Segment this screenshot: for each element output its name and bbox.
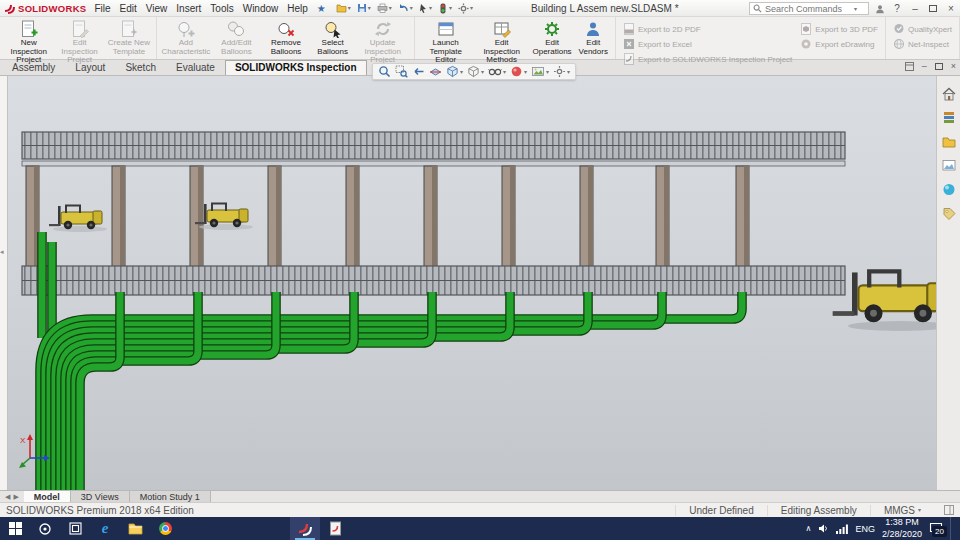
menu-tools[interactable]: Tools [210, 3, 233, 14]
ribbon-button-edit-inspection-project[interactable]: Edit Inspection Project [54, 19, 104, 66]
display-style-icon [467, 65, 480, 78]
tab-model[interactable]: Model [24, 491, 71, 502]
ribbon-button-qualityxpert[interactable]: QualityXpert [891, 23, 954, 35]
taskbar-solidworks-doc-icon[interactable] [320, 517, 350, 540]
menu-insert[interactable]: Insert [176, 3, 201, 14]
net-inspect-icon [893, 38, 905, 50]
feature-manager-collapsed[interactable]: ◂ [0, 76, 8, 490]
section-view-button[interactable] [429, 65, 442, 78]
minimize-button[interactable]: – [909, 0, 921, 17]
zoom-to-area-button[interactable] [395, 65, 408, 78]
ribbon-button-create-new-template[interactable]: Create New Template [105, 19, 154, 57]
view-orientation-button[interactable]: ▾ [446, 65, 463, 78]
command-search[interactable]: ▾ [749, 2, 869, 15]
solidworks-resources-home-icon[interactable] [941, 86, 957, 101]
ribbon-button-edit-vendors[interactable]: Edit Vendors [574, 19, 612, 57]
launch-template-editor-icon [436, 20, 456, 38]
hide-show-glasses-icon [488, 65, 502, 78]
taskbar-file-explorer-icon[interactable] [120, 517, 150, 540]
ribbon-button-new-inspection-project[interactable]: New Inspection Project [3, 19, 54, 66]
ribbon-button-export-solidworks-inspection-project[interactable]: Export to SOLIDWORKS Inspection Project [621, 53, 794, 65]
hide-show-items-button[interactable]: ▾ [488, 65, 506, 78]
ribbon-button-add-edit-balloons[interactable]: Add/Edit Balloons [212, 19, 262, 57]
custom-properties-icon[interactable] [941, 206, 957, 221]
taskbar-chrome-icon[interactable] [150, 517, 180, 540]
ribbon-button-export-3d-pdf[interactable]: Export to 3D PDF [798, 23, 880, 35]
tab-evaluate[interactable]: Evaluate [166, 60, 225, 75]
edit-inspection-project-icon [70, 20, 90, 38]
select-button[interactable]: ▾ [419, 3, 432, 14]
menu-help[interactable]: Help [287, 3, 308, 14]
menu-window[interactable]: Window [243, 3, 279, 14]
undo-icon [398, 3, 409, 13]
search-caret-icon[interactable]: ▾ [854, 6, 857, 12]
ribbon-button-edit-operations[interactable]: Edit Operations [530, 19, 575, 57]
design-library-icon[interactable] [941, 110, 957, 125]
start-button[interactable] [0, 517, 30, 540]
ribbon-button-edit-inspection-methods[interactable]: Edit Inspection Methods [474, 19, 530, 66]
network-icon[interactable] [836, 524, 848, 534]
taskbar-search-button[interactable] [30, 517, 60, 540]
menu-view[interactable]: View [146, 3, 168, 14]
tab-motion-study-1[interactable]: Motion Study 1 [130, 491, 211, 502]
tab-sketch[interactable]: Sketch [115, 60, 166, 75]
ribbon-button-add-characteristic[interactable]: Add Characteristic [160, 19, 211, 57]
zoom-to-fit-button[interactable] [378, 65, 391, 78]
doc-restore-icon[interactable] [935, 63, 943, 70]
menu-edit[interactable]: Edit [120, 3, 137, 14]
menu-pin-icon[interactable]: ★ [317, 3, 326, 14]
doc-close-icon[interactable]: × [951, 61, 956, 71]
assembly-3d-scene[interactable]: X [8, 76, 936, 490]
tab-solidworks-inspection[interactable]: SOLIDWORKS Inspection [225, 60, 367, 75]
clock[interactable]: 1:38 PM 2/28/2020 [882, 517, 922, 540]
edit-operations-icon [542, 20, 562, 38]
taskbar-edge-icon[interactable]: e [90, 517, 120, 540]
appearances-scenes-icon[interactable] [941, 182, 957, 197]
volume-icon[interactable] [818, 523, 829, 534]
ribbon-button-launch-template-editor[interactable]: Launch Template Editor [418, 19, 474, 66]
restore-button[interactable] [927, 0, 939, 17]
options-gear-icon [458, 3, 469, 14]
menu-file[interactable]: File [94, 3, 110, 14]
unit-system-selector[interactable]: MMGS▾ [870, 505, 934, 516]
save-button[interactable]: ▾ [357, 3, 371, 13]
tray-expand-icon[interactable]: ∧ [806, 524, 812, 533]
undo-button[interactable]: ▾ [398, 3, 413, 13]
close-button[interactable]: × [945, 0, 957, 17]
ribbon-button-update-inspection-project[interactable]: Update Inspection Project [355, 19, 411, 66]
display-style-button[interactable]: ▾ [467, 65, 484, 78]
apply-scene-button[interactable]: ▾ [531, 65, 549, 78]
panel-expand-arrow-icon[interactable]: ◂ [0, 248, 4, 256]
graphics-viewport[interactable]: X [8, 76, 936, 490]
tab-scroll-right-icon[interactable]: ▶ [13, 493, 18, 501]
ribbon-button-export-2d-pdf[interactable]: Export to 2D PDF [621, 23, 794, 35]
task-view-button[interactable] [60, 517, 90, 540]
options-button[interactable]: ▾ [458, 3, 473, 14]
ribbon-button-export-edrawing[interactable]: Export eDrawing [798, 38, 880, 50]
ribbon-button-select-balloons[interactable]: Select Balloons [311, 19, 355, 57]
tab-3d-views[interactable]: 3D Views [71, 491, 130, 502]
status-pane-toggle-icon[interactable] [944, 505, 954, 517]
view-palette-icon[interactable] [941, 158, 957, 173]
ribbon-button-net-inspect[interactable]: Net-Inspect [891, 38, 954, 50]
rebuild-button[interactable]: ▾ [438, 3, 452, 14]
ribbon-button-export-excel[interactable]: Export to Excel [621, 38, 794, 50]
tab-scroll-left-icon[interactable]: ◀ [5, 493, 10, 501]
edit-appearance-button[interactable]: ▾ [510, 65, 527, 78]
taskbar-solidworks-icon[interactable] [290, 517, 320, 540]
file-explorer-icon[interactable] [941, 134, 957, 149]
action-center-button[interactable]: 20 [929, 522, 943, 535]
open-button[interactable]: ▾ [336, 3, 351, 13]
language-indicator[interactable]: ENG [855, 524, 875, 534]
show-desktop-button[interactable] [950, 517, 954, 540]
search-input[interactable] [765, 4, 851, 14]
user-account-icon[interactable] [875, 4, 885, 14]
print-button[interactable]: ▾ [377, 3, 392, 13]
previous-view-button[interactable] [412, 65, 425, 78]
view-settings-button[interactable]: ▾ [553, 65, 570, 78]
dock-pane-icon[interactable] [905, 62, 914, 71]
help-button[interactable]: ? [891, 0, 903, 17]
ribbon-button-label: Edit Operations [532, 39, 573, 56]
doc-minimize-icon[interactable]: – [922, 61, 927, 71]
ribbon-button-remove-balloons[interactable]: Remove Balloons [261, 19, 310, 57]
